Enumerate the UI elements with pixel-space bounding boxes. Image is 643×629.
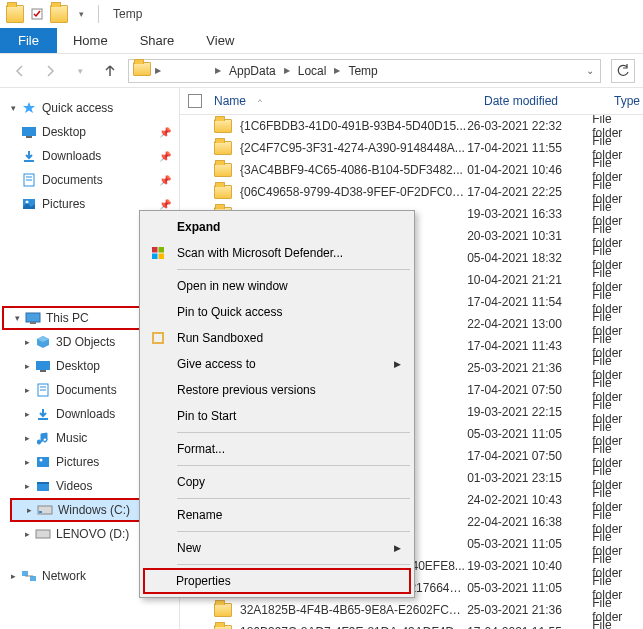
chevron-right-icon[interactable]: ▸ <box>20 457 34 467</box>
chevron-right-icon[interactable]: ▸ <box>6 571 20 581</box>
sidebar-item-desktop[interactable]: Desktop 📌 <box>0 120 179 144</box>
refresh-button[interactable] <box>611 59 635 83</box>
sidebar-item-label: Downloads <box>42 149 101 163</box>
menu-expand[interactable]: Expand <box>143 214 411 240</box>
table-row[interactable]: 186B397C-8AD7-4F9E-81DA-43ADF4D...17-04-… <box>180 621 643 629</box>
sidebar-item-label: Music <box>56 431 87 445</box>
chevron-right-icon[interactable]: ▶ <box>153 66 163 75</box>
nav-back-button[interactable] <box>8 59 32 83</box>
chevron-right-icon[interactable]: ▸ <box>20 361 34 371</box>
menu-properties[interactable]: Properties <box>143 568 411 594</box>
sidebar-item-downloads[interactable]: Downloads 📌 <box>0 144 179 168</box>
folder-icon <box>214 119 232 133</box>
table-row[interactable]: {3AC4BBF9-4C65-4086-B104-5DF3482...01-04… <box>180 159 643 181</box>
menu-pin-quick-access[interactable]: Pin to Quick access <box>143 299 411 325</box>
qat-dropdown-icon[interactable]: ▾ <box>72 5 90 23</box>
chevron-right-icon[interactable]: ▶ <box>213 66 223 75</box>
menu-scan-defender[interactable]: Scan with Microsoft Defender... <box>143 240 411 266</box>
breadcrumb-segment[interactable]: Temp <box>344 60 381 82</box>
separator <box>98 5 99 23</box>
tab-home[interactable]: Home <box>57 28 124 53</box>
svg-rect-28 <box>159 247 165 253</box>
svg-rect-3 <box>24 160 34 162</box>
file-name: {2C4F7C95-3F31-4274-A390-9148448A... <box>240 141 467 155</box>
chevron-right-icon[interactable]: ▸ <box>20 409 34 419</box>
file-date: 17-04-2021 07:50 <box>467 449 592 463</box>
file-date: 22-04-2021 16:38 <box>467 515 592 529</box>
menu-give-access-to[interactable]: Give access to▶ <box>143 351 411 377</box>
menu-run-sandboxed[interactable]: Run Sandboxed <box>143 325 411 351</box>
file-date: 19-03-2021 16:33 <box>467 207 592 221</box>
menu-separator <box>177 465 410 466</box>
chevron-right-icon[interactable]: ▸ <box>20 337 34 347</box>
chevron-right-icon[interactable]: ▶ <box>332 66 342 75</box>
pictures-icon <box>20 195 38 213</box>
file-date: 17-04-2021 11:54 <box>467 295 592 309</box>
file-tab[interactable]: File <box>0 28 57 53</box>
sidebar-item-label: Pictures <box>56 455 99 469</box>
breadcrumb-segment[interactable]: Local <box>294 60 331 82</box>
file-date: 19-03-2021 22:15 <box>467 405 592 419</box>
sidebar-item-documents[interactable]: Documents 📌 <box>0 168 179 192</box>
chevron-right-icon[interactable]: ▸ <box>20 433 34 443</box>
column-type[interactable]: Type <box>614 94 640 108</box>
menu-new[interactable]: New▶ <box>143 535 411 561</box>
music-icon <box>34 429 52 447</box>
menu-open-new-window[interactable]: Open in new window <box>143 273 411 299</box>
sidebar-item-label: Windows (C:) <box>58 503 130 517</box>
star-icon <box>20 99 38 117</box>
pin-icon: 📌 <box>159 151 171 162</box>
column-headers: Name^ Date modified Type <box>180 88 643 115</box>
table-row[interactable]: {2C4F7C95-3F31-4274-A390-9148448A...17-0… <box>180 137 643 159</box>
file-date: 25-03-2021 21:36 <box>467 361 592 375</box>
svg-rect-31 <box>153 333 163 343</box>
menu-format[interactable]: Format... <box>143 436 411 462</box>
chevron-right-icon[interactable]: ▸ <box>20 481 34 491</box>
tab-share[interactable]: Share <box>124 28 191 53</box>
file-date: 17-04-2021 07:50 <box>467 383 592 397</box>
sidebar-item-label: Desktop <box>42 125 86 139</box>
file-name: 32A1825B-4F4B-4B65-9E8A-E2602FCD... <box>240 603 467 617</box>
chevron-right-icon[interactable]: ▸ <box>20 529 34 539</box>
select-all-checkbox[interactable] <box>188 94 202 108</box>
ribbon-tabs: File Home Share View <box>0 28 643 54</box>
file-date: 17-04-2021 11:43 <box>467 339 592 353</box>
nav-recent-dropdown[interactable]: ▾ <box>68 59 92 83</box>
nav-forward-button[interactable] <box>38 59 62 83</box>
nav-up-button[interactable] <box>98 59 122 83</box>
drive-icon <box>36 501 54 519</box>
chevron-right-icon: ▶ <box>394 359 401 369</box>
menu-restore-previous[interactable]: Restore previous versions <box>143 377 411 403</box>
folder-icon <box>50 5 68 23</box>
sidebar-item-label: 3D Objects <box>56 335 115 349</box>
chevron-down-icon[interactable]: ⌄ <box>584 65 596 76</box>
column-name[interactable]: Name^ <box>214 94 484 108</box>
file-date: 22-04-2021 13:00 <box>467 317 592 331</box>
chevron-right-icon[interactable]: ▶ <box>282 66 292 75</box>
menu-copy[interactable]: Copy <box>143 469 411 495</box>
menu-separator <box>177 432 410 433</box>
table-row[interactable]: 32A1825B-4F4B-4B65-9E8A-E2602FCD...25-03… <box>180 599 643 621</box>
documents-icon <box>20 171 38 189</box>
breadcrumb-segment[interactable]: AppData <box>225 60 280 82</box>
window-titlebar: ▾ Temp <box>0 0 643 28</box>
chevron-down-icon[interactable]: ▾ <box>10 313 24 323</box>
chevron-down-icon[interactable]: ▾ <box>6 103 20 113</box>
chevron-right-icon[interactable]: ▸ <box>22 505 36 515</box>
file-name: 186B397C-8AD7-4F9E-81DA-43ADF4D... <box>240 625 467 629</box>
pin-qat-icon[interactable] <box>28 5 46 23</box>
menu-rename[interactable]: Rename <box>143 502 411 528</box>
column-date[interactable]: Date modified <box>484 94 614 108</box>
folder-icon <box>6 5 24 23</box>
table-row[interactable]: {1C6FBDB3-41D0-491B-93B4-5D40D15...26-03… <box>180 115 643 137</box>
file-date: 20-03-2021 10:31 <box>467 229 592 243</box>
videos-icon <box>34 477 52 495</box>
chevron-right-icon[interactable]: ▸ <box>20 385 34 395</box>
table-row[interactable]: {06C49658-9799-4D38-9FEF-0F2DFC0B...17-0… <box>180 181 643 203</box>
tab-view[interactable]: View <box>190 28 250 53</box>
sandbox-icon <box>149 329 167 347</box>
breadcrumb[interactable]: ▶ ▶ AppData ▶ Local ▶ Temp ⌄ <box>128 59 601 83</box>
sidebar-quick-access[interactable]: ▾ Quick access <box>0 96 179 120</box>
shield-icon <box>149 244 167 262</box>
menu-pin-to-start[interactable]: Pin to Start <box>143 403 411 429</box>
